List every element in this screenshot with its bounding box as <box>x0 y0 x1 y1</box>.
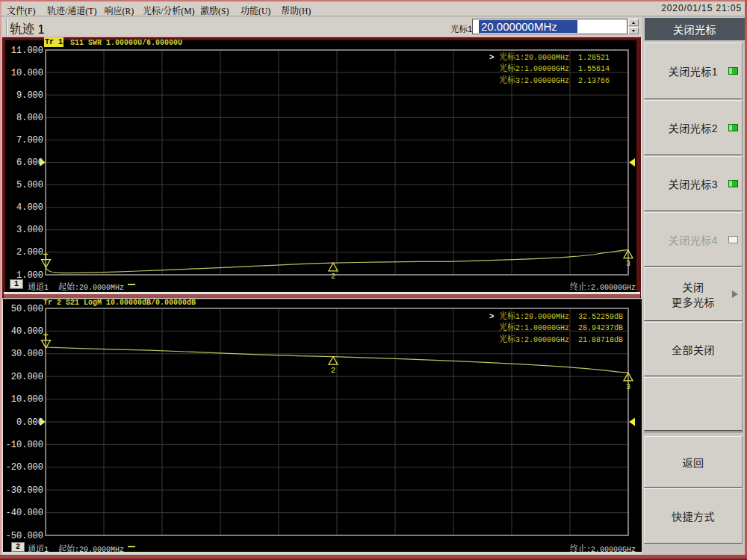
svg-text:2: 2 <box>331 273 335 281</box>
svg-text:2: 2 <box>331 367 335 375</box>
svg-text:3: 3 <box>626 383 630 391</box>
svg-text:3: 3 <box>626 260 630 268</box>
